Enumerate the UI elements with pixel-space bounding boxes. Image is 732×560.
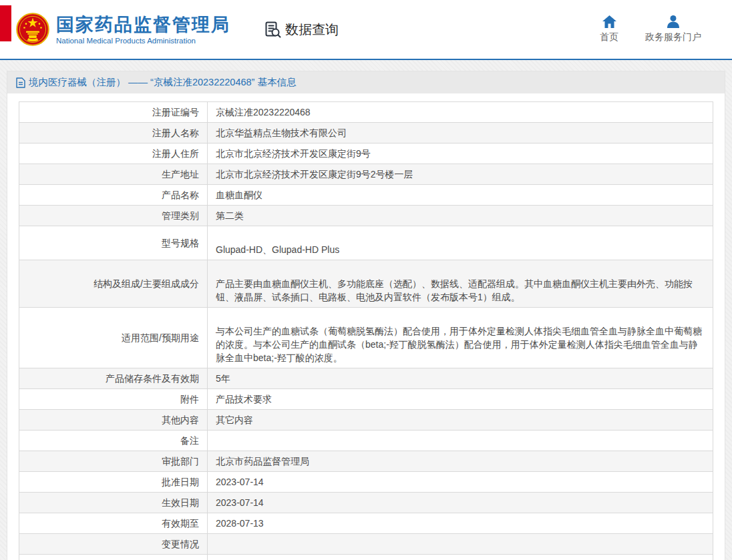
org-name-en: National Medical Products Administration	[56, 37, 230, 45]
field-value	[208, 534, 713, 555]
field-label: 批准日期	[19, 472, 208, 493]
field-label-text: 适用范围/预期用途	[122, 332, 199, 343]
field-label: 备注	[19, 431, 208, 451]
data-query-label: 数据查询	[285, 21, 339, 39]
field-label-text: 变更情况	[162, 539, 199, 549]
field-label-text: 审批部门	[162, 456, 199, 467]
field-value	[208, 431, 713, 451]
field-label: 产品名称	[19, 185, 208, 206]
field-label-text: 产品名称	[162, 190, 199, 200]
info-table-body: 注册证编号 京械注准20232220468 注册人名称 北京华益精点生物技术有限…	[19, 102, 713, 560]
table-row: 备注	[19, 431, 713, 451]
field-value: 2023-07-14	[208, 493, 713, 513]
table-row: 审批部门 北京市药品监督管理局	[19, 451, 713, 472]
field-label: 型号规格	[19, 226, 208, 260]
nav-item-portal-label: 政务服务门户	[645, 31, 701, 43]
header-nav: 首页 政务服务门户	[600, 15, 701, 43]
registration-info-table: 注册证编号 京械注准20232220468 注册人名称 北京华益精点生物技术有限…	[19, 101, 713, 560]
table-row: 型号规格 Glupad-HD、Glupad-HD Plus	[19, 226, 713, 260]
table-row: 生效日期 2023-07-14	[19, 493, 713, 513]
field-label: 注册证编号	[19, 102, 208, 123]
field-value: 北京市北京经济技术开发区康定街9号	[208, 144, 713, 164]
field-value: 与本公司生产的血糖试条（葡萄糖脱氢酶法）配合使用，用于体外定量检测人体指尖毛细血…	[208, 308, 713, 368]
field-label: 管理类别	[19, 206, 208, 226]
field-label-text: 有效期至	[162, 518, 199, 529]
table-row: 有效期至 2028-07-13	[19, 513, 713, 534]
field-label: 生效日期	[19, 493, 208, 513]
field-value: 北京市北京经济技术开发区康定街9号2号楼一层	[208, 164, 713, 185]
field-value: 2023-07-14	[208, 472, 713, 493]
field-value: 2028-07-13	[208, 513, 713, 534]
field-label: 适用范围/预期用途	[19, 308, 208, 368]
org-title-block: 国家药品监督管理局 National Medical Products Admi…	[56, 15, 230, 45]
field-label: 变更情况	[19, 534, 208, 555]
field-label-text: 生产地址	[162, 169, 199, 180]
content-card: 境内医疗器械（注册） —— “京械注准20232220468” 基本信息 注册证…	[7, 71, 725, 560]
field-label: 审批部门	[19, 451, 208, 472]
field-label-text: 结构及组成/主要组成成分	[94, 278, 199, 289]
site-header: 国家药品监督管理局 National Medical Products Admi…	[0, 0, 732, 60]
national-emblem-icon	[16, 13, 49, 46]
table-row: 附件 产品技术要求	[19, 389, 713, 410]
table-row: 注册证编号 京械注准20232220468	[19, 102, 713, 123]
field-label-text: 备注	[180, 435, 199, 446]
field-label-text: 产品储存条件及有效期	[106, 373, 199, 384]
field-label-text: 批准日期	[162, 477, 199, 487]
field-label: 结构及组成/主要组成成分	[19, 260, 208, 308]
field-label: 有效期至	[19, 513, 208, 534]
registration-info-table-wrap: 注册证编号 京械注准20232220468 注册人名称 北京华益精点生物技术有限…	[19, 101, 713, 560]
red-edge-bar	[0, 5, 11, 41]
field-value: 北京市药品监督管理局	[208, 451, 713, 472]
page-title: 境内医疗器械（注册） —— “京械注准20232220468” 基本信息	[29, 76, 296, 89]
field-value: 详情	[208, 555, 713, 560]
field-value: 京械注准20232220468	[208, 102, 713, 123]
table-row: 变更情况	[19, 534, 713, 555]
field-label-text: 注册证编号	[152, 107, 199, 117]
field-label-text: 型号规格	[162, 238, 199, 248]
org-name-cn: 国家药品监督管理局	[56, 15, 230, 35]
nav-item-home[interactable]: 首页	[600, 15, 618, 43]
table-row: 产品名称 血糖血酮仪	[19, 185, 713, 206]
field-label-text: 其他内容	[162, 414, 199, 425]
field-label: 产品储存条件及有效期	[19, 368, 208, 389]
document-icon	[16, 77, 25, 88]
field-value: 产品主要由血糖血酮仪主机、多功能底座（选配）、数据线、适配器组成。其中血糖血酮仪…	[208, 260, 713, 308]
field-value: 5年	[208, 368, 713, 389]
data-query-section[interactable]: 数据查询	[264, 21, 339, 39]
table-row: 其他内容 其它内容	[19, 410, 713, 431]
field-value: Glupad-HD、Glupad-HD Plus	[208, 226, 713, 260]
table-row: 适用范围/预期用途 与本公司生产的血糖试条（葡萄糖脱氢酶法）配合使用，用于体外定…	[19, 308, 713, 368]
table-row: 生产地址 北京市北京经济技术开发区康定街9号2号楼一层	[19, 164, 713, 185]
field-label: 生产地址	[19, 164, 208, 185]
field-value: 血糖血酮仪	[208, 185, 713, 206]
table-row: 注 详情	[19, 555, 713, 560]
field-label: 附件	[19, 389, 208, 410]
table-row: 批准日期 2023-07-14	[19, 472, 713, 493]
nav-item-home-label: 首页	[600, 31, 618, 43]
field-label-text: 注册人名称	[152, 127, 199, 138]
table-row: 管理类别 第二类	[19, 206, 713, 226]
field-value: 第二类	[208, 206, 713, 226]
field-label: 注册人名称	[19, 123, 208, 144]
page-title-bar: 境内医疗器械（注册） —— “京械注准20232220468” 基本信息	[7, 71, 725, 93]
field-value: 产品技术要求	[208, 389, 713, 410]
field-label-text: 注册人住所	[152, 148, 199, 159]
field-value: 其它内容	[208, 410, 713, 431]
table-row: 注册人住所 北京市北京经济技术开发区康定街9号	[19, 144, 713, 164]
field-label: 其他内容	[19, 410, 208, 431]
nav-item-portal[interactable]: 政务服务门户	[645, 15, 701, 43]
document-search-icon	[264, 21, 282, 39]
person-icon	[667, 15, 680, 28]
field-value: 北京华益精点生物技术有限公司	[208, 123, 713, 144]
field-label: 注册人住所	[19, 144, 208, 164]
field-label-text: 生效日期	[162, 497, 199, 508]
table-row: 结构及组成/主要组成成分 产品主要由血糖血酮仪主机、多功能底座（选配）、数据线、…	[19, 260, 713, 308]
home-icon	[602, 15, 616, 28]
table-row: 注册人名称 北京华益精点生物技术有限公司	[19, 123, 713, 144]
table-row: 产品储存条件及有效期 5年	[19, 368, 713, 389]
field-label-text: 附件	[180, 394, 199, 404]
field-label-text: 管理类别	[162, 210, 199, 221]
field-label: 注	[19, 555, 208, 560]
